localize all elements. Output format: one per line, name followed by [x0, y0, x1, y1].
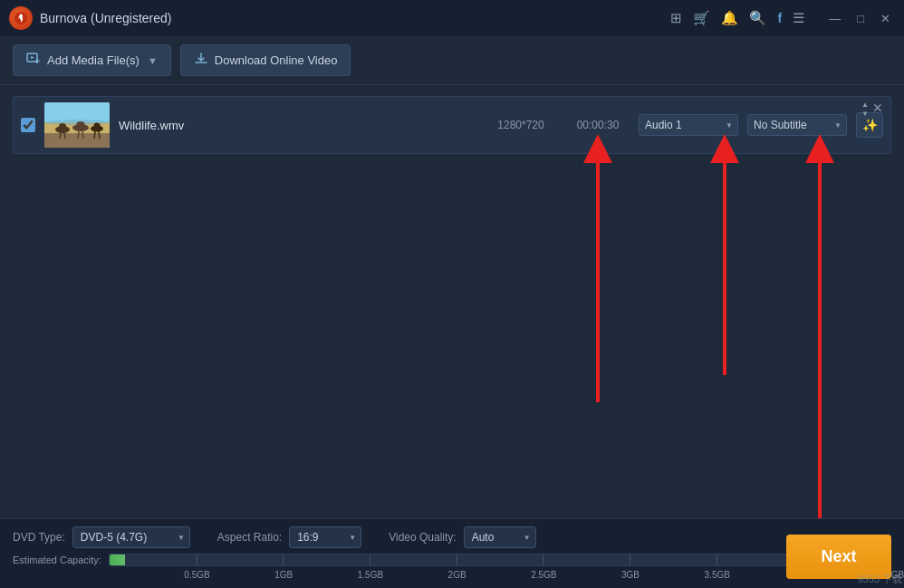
svg-point-15: [94, 123, 101, 128]
alert-icon[interactable]: 🔔: [721, 10, 738, 26]
aspect-ratio-control: Aspect Ratio: 16:9 4:3: [217, 526, 361, 548]
bottom-bar: DVD Type: DVD-5 (4.7G) DVD-9 (8.5G) Aspe…: [0, 518, 904, 588]
video-quality-label: Video Quality:: [389, 531, 457, 544]
remove-media-button[interactable]: ✕: [872, 101, 883, 115]
aspect-ratio-label: Aspect Ratio:: [217, 531, 282, 544]
search-icon[interactable]: 🔍: [749, 10, 766, 26]
add-media-icon: [26, 52, 41, 69]
media-edit-button[interactable]: ✨: [856, 112, 883, 138]
titlebar-left: Burnova (Unregistered): [9, 6, 172, 30]
capacity-row: Estimated Capacity: 0.5GB 1GB 1.5GB 2GB …: [13, 554, 891, 566]
download-online-video-label: Download Online Video: [215, 53, 338, 67]
dvd-type-control: DVD Type: DVD-5 (4.7G) DVD-9 (8.5G): [13, 526, 190, 548]
svg-line-13: [82, 131, 83, 139]
capacity-label: Estimated Capacity:: [13, 554, 101, 565]
subtitle-select[interactable]: No Subtitle: [747, 114, 847, 136]
main-area: Wildlife.wmv 1280*720 00:00:30 Audio 1 N…: [0, 85, 904, 518]
app-logo: [9, 6, 33, 30]
add-media-dropdown-arrow: ▼: [148, 55, 158, 66]
video-quality-control: Video Quality: Auto High Medium Low: [389, 526, 536, 548]
aspect-ratio-select[interactable]: 16:9 4:3: [289, 526, 361, 548]
toolbar: Add Media File(s) ▼ Download Online Vide…: [0, 36, 904, 85]
audio-select[interactable]: Audio 1: [639, 114, 738, 136]
media-thumbnail: [44, 102, 110, 148]
svg-line-17: [99, 131, 100, 139]
video-quality-select[interactable]: Auto High Medium Low: [464, 526, 536, 548]
capacity-bar: 0.5GB 1GB 1.5GB 2GB 2.5GB 3GB 3.5GB 4GB …: [109, 554, 891, 566]
minimize-button[interactable]: —: [824, 10, 845, 27]
move-up-arrow[interactable]: ▲: [861, 101, 869, 110]
watermark: 9553 下载: [857, 573, 902, 586]
svg-line-8: [60, 133, 61, 139]
media-filename: Wildlife.wmv: [119, 119, 476, 132]
download-online-video-button[interactable]: Download Online Video: [180, 44, 351, 76]
svg-line-16: [94, 131, 95, 139]
magic-wand-icon: ✨: [862, 118, 878, 132]
bottom-controls: DVD Type: DVD-5 (4.7G) DVD-9 (8.5G) Aspe…: [13, 526, 891, 548]
media-reorder-arrows: ▲ ▼: [861, 101, 869, 119]
add-media-button[interactable]: Add Media File(s) ▼: [13, 44, 171, 76]
audio-select-wrap: Audio 1: [639, 114, 738, 136]
subtitle-select-wrap: No Subtitle: [747, 114, 847, 136]
media-resolution: 1280*720: [485, 119, 557, 131]
add-media-label: Add Media File(s): [47, 53, 139, 67]
svg-line-12: [78, 131, 79, 139]
app-title: Burnova (Unregistered): [40, 11, 172, 25]
move-down-arrow[interactable]: ▼: [861, 110, 869, 119]
media-checkbox[interactable]: [21, 118, 35, 132]
close-button[interactable]: ✕: [876, 10, 895, 27]
dvd-type-select-wrap: DVD-5 (4.7G) DVD-9 (8.5G): [72, 526, 190, 548]
video-quality-select-wrap: Auto High Medium Low: [464, 526, 536, 548]
menu-icon[interactable]: ⊞: [670, 10, 682, 26]
win-controls: — □ ✕: [824, 10, 895, 27]
media-duration: 00:00:30: [566, 119, 630, 131]
capacity-fill: [110, 554, 125, 565]
menu-lines-icon[interactable]: ☰: [793, 10, 804, 26]
media-row: Wildlife.wmv 1280*720 00:00:30 Audio 1 N…: [13, 96, 891, 154]
dvd-type-label: DVD Type:: [13, 531, 65, 544]
svg-point-7: [59, 123, 66, 129]
download-icon: [194, 52, 208, 69]
dvd-type-select[interactable]: DVD-5 (4.7G) DVD-9 (8.5G): [72, 526, 190, 548]
svg-line-9: [64, 133, 65, 139]
facebook-icon[interactable]: f: [777, 11, 782, 25]
titlebar-icons: ⊞ 🛒 🔔 🔍 f ☰ — □ ✕: [670, 10, 895, 27]
cart-icon[interactable]: 🛒: [693, 10, 710, 26]
svg-point-11: [77, 121, 85, 127]
media-list: Wildlife.wmv 1280*720 00:00:30 Audio 1 N…: [13, 96, 891, 154]
maximize-button[interactable]: □: [852, 10, 869, 27]
titlebar: Burnova (Unregistered) ⊞ 🛒 🔔 🔍 f ☰ — □ ✕: [0, 0, 904, 36]
aspect-ratio-select-wrap: 16:9 4:3: [289, 526, 361, 548]
